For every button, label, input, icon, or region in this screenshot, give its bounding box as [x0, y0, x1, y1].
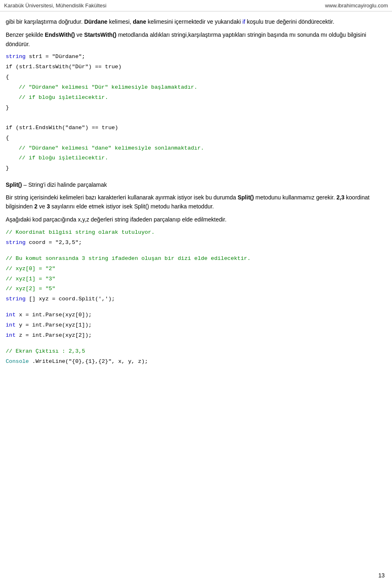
keyword-string-array: string — [6, 296, 26, 302]
keyword-int-x: int — [6, 312, 16, 318]
code-comment-coord: // Koordinat bilgisi string olarak tutul… — [6, 228, 385, 237]
page-header: Karabük Üniversitesi, Mühendislik Fakült… — [0, 0, 392, 11]
code-writeline-rest: .WriteLine("{0},{1},{2}", x, y, z); — [32, 358, 148, 365]
intro2-bold-startswith: StartsWith() — [84, 31, 116, 38]
code-comment-if-1: // if bloğu işletilecektir. — [6, 94, 385, 102]
comment-endswith-1: // "Dürdane" kelimesi "dane" kelimesiyle… — [19, 145, 204, 151]
page-number: 13 — [378, 572, 385, 579]
keyword-string-1: string — [6, 54, 26, 60]
split-bold: Split() — [6, 181, 22, 188]
code-line-int-x: int x = int.Parse(xyz[0]); — [6, 311, 385, 320]
split-bold-method: Split() — [238, 194, 254, 201]
code-int-y-rest: y = int.Parse(xyz[1]); — [19, 322, 91, 328]
intro-bold-dürdane: Dürdane — [84, 18, 107, 25]
code-comment-ekran: // Ekran Çıktısı : 2,3,5 — [6, 347, 385, 356]
code-line-writeline: Console .WriteLine("{0},{1},{2}", x, y, … — [6, 358, 385, 366]
code-line-if-startswith: if (str1.StartsWith("Dür") == true) — [6, 63, 385, 72]
code-if-startswith: if (str1.StartsWith("Dür") == true) — [6, 64, 122, 70]
code-comment-if-2: // if bloğu işletilecektir. — [6, 154, 385, 163]
bold-23: 2,3 — [336, 194, 344, 201]
intro-keyword-if: if — [243, 18, 245, 25]
intro2-text-ve: ve — [76, 31, 84, 38]
comment-ekran: // Ekran Çıktısı : 2,3,5 — [6, 348, 85, 354]
spacer-3 — [6, 305, 385, 309]
header-university: Karabük Üniversitesi, Mühendislik Fakült… — [4, 2, 107, 9]
code-comment-bu-komut: // Bu komut sonrasında 3 string ifadeden… — [6, 255, 385, 263]
code-line-open-brace-2: { — [6, 134, 385, 143]
code-coord-rest: coord = "2,3,5"; — [29, 239, 82, 246]
intro-text-icermektedir: kelimesini içermektedir ve yukarıdaki — [148, 18, 243, 25]
keyword-int-y: int — [6, 322, 16, 328]
split-heading-rest: – String'i dizi halinde parçalamak — [24, 181, 107, 188]
comment-if-block-1: // if bloğu işletilecektir. — [19, 94, 108, 101]
intro-bold-dane: dane — [133, 18, 146, 25]
code-line-close-brace-2: } — [6, 164, 385, 173]
code-comment-xyz0: // xyz[0] = "2" — [6, 265, 385, 273]
code-int-x-rest: x = int.Parse(xyz[0]); — [19, 312, 91, 318]
section-heading-split: Split() – String'i dizi halinde parçalam… — [6, 180, 385, 189]
code-line-coord: string coord = "2,3,5"; — [6, 239, 385, 247]
code-line-int-y: int y = int.Parse(xyz[1]); — [6, 321, 385, 330]
header-website: www.ibrahimcayiroglu.com — [325, 2, 388, 9]
intro-text-kelimesi: kelimesi, — [109, 18, 133, 25]
code-if-endswith: if (str1.EndsWith("dane") == true) — [6, 125, 118, 131]
comment-xyz0: // xyz[0] = "2" — [6, 266, 56, 272]
comment-bu-komut: // Bu komut sonrasında 3 string ifadeden… — [6, 255, 251, 262]
code-str1-rest: str1 = "Dürdane"; — [29, 54, 85, 60]
code-line-if-endswith: if (str1.EndsWith("dane") == true) — [6, 124, 385, 132]
code-line-str1: string str1 = "Dürdane"; — [6, 53, 385, 61]
code-comment-startswith-1: // "Dürdane" kelimesi "Dür" kelimesiyle … — [6, 83, 385, 92]
intro2-text-benzer: Benzer şekilde — [6, 31, 45, 38]
intro-text-end: koşulu true değerini döndürecektir. — [247, 18, 334, 25]
code-xyz-rest: [] xyz = coord.Split(','); — [29, 296, 115, 302]
comment-coord: // Koordinat bilgisi string olarak tutul… — [6, 229, 155, 235]
spacer-1 — [6, 116, 385, 121]
code-line-xyz-split: string [] xyz = coord.Split(','); — [6, 295, 385, 304]
code-int-z-rest: z = int.Parse(xyz[2]); — [19, 332, 91, 338]
bold-2: 2 — [34, 203, 38, 210]
split-para2-text: Aşağıdaki kod parçacığında x,y,z değerle… — [6, 216, 227, 223]
code-comment-xyz2: // xyz[2] = "5" — [6, 285, 385, 293]
comment-xyz2: // xyz[2] = "5" — [6, 286, 56, 292]
keyword-string-coord: string — [6, 239, 26, 246]
bold-3: 3 — [47, 203, 50, 210]
code-line-close-brace-1: } — [6, 104, 385, 112]
comment-if-block-2: // if bloğu işletilecektir. — [19, 155, 108, 161]
code-section-1: string str1 = "Dürdane"; if (str1.Starts… — [6, 53, 385, 112]
split-para1-start: Bir string içerisindeki kelimeleri bazı … — [6, 194, 238, 201]
intro-para-1: gibi bir karşılaştırma doğrudur. Dürdane… — [6, 17, 385, 26]
split-para1-end: metodunu kullanmamız gerekir. — [256, 194, 335, 201]
keyword-int-z: int — [6, 332, 16, 338]
main-content: gibi bir karşılaştırma doğrudur. Dürdane… — [0, 11, 392, 375]
keyword-console: Console — [6, 358, 29, 365]
comment-startswith-1: // "Dürdane" kelimesi "Dür" kelimesiyle … — [19, 84, 197, 90]
intro-text-gibi: gibi bir karşılaştırma doğrudur. — [6, 18, 82, 25]
spacer-2 — [6, 249, 385, 253]
split-para-1: Bir string içerisindeki kelimeleri bazı … — [6, 193, 385, 211]
split-para-2: Aşağıdaki kod parçacığında x,y,z değerle… — [6, 215, 385, 224]
intro-para-2: Benzer şekilde EndsWith() ve StartsWith(… — [6, 30, 385, 49]
intro2-bold-endswith: EndsWith() — [45, 31, 75, 38]
code-section-3: // Koordinat bilgisi string olarak tutul… — [6, 228, 385, 366]
code-section-2: if (str1.EndsWith("dane") == true) { // … — [6, 124, 385, 173]
comment-xyz1: // xyz[1] = "3" — [6, 276, 56, 282]
spacer-4 — [6, 342, 385, 346]
code-comment-xyz1: // xyz[1] = "3" — [6, 275, 385, 284]
code-line-int-z: int z = int.Parse(xyz[2]); — [6, 331, 385, 340]
code-line-open-brace-1: { — [6, 73, 385, 82]
code-comment-endswith-1: // "Dürdane" kelimesi "dane" kelimesiyle… — [6, 144, 385, 153]
